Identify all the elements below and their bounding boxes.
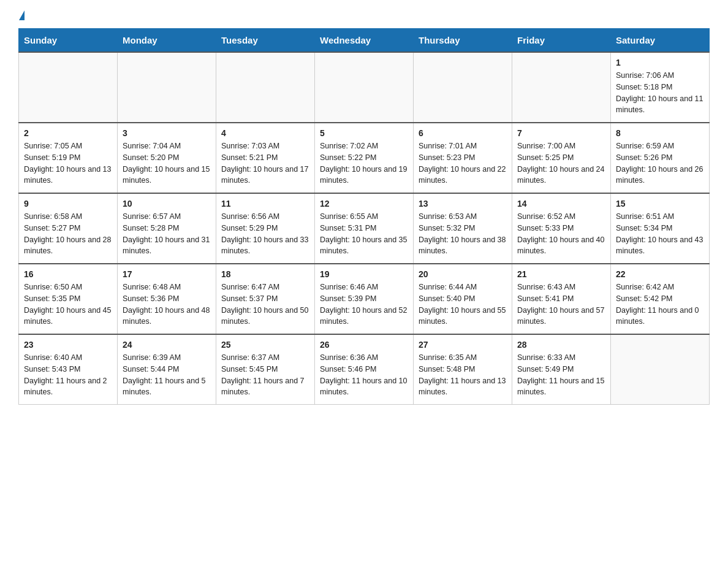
day-number: 12	[320, 199, 408, 209]
calendar-cell: 25Sunrise: 6:37 AM Sunset: 5:45 PM Dayli…	[216, 334, 315, 405]
day-info: Sunrise: 6:59 AM Sunset: 5:26 PM Dayligh…	[616, 140, 704, 186]
day-number: 7	[517, 128, 605, 138]
calendar-cell: 22Sunrise: 6:42 AM Sunset: 5:42 PM Dayli…	[611, 264, 710, 334]
day-number: 9	[24, 199, 112, 209]
day-info: Sunrise: 6:39 AM Sunset: 5:44 PM Dayligh…	[123, 352, 211, 398]
day-number: 24	[123, 340, 211, 350]
calendar-cell: 16Sunrise: 6:50 AM Sunset: 5:35 PM Dayli…	[19, 264, 118, 334]
logo	[18, 12, 25, 22]
calendar-cell: 5Sunrise: 7:02 AM Sunset: 5:22 PM Daylig…	[315, 123, 414, 193]
day-info: Sunrise: 7:05 AM Sunset: 5:19 PM Dayligh…	[24, 140, 112, 186]
calendar-cell	[118, 52, 216, 123]
day-number: 17	[123, 269, 211, 279]
calendar-header-row: SundayMondayTuesdayWednesdayThursdayFrid…	[19, 29, 710, 53]
day-number: 22	[616, 269, 704, 279]
day-info: Sunrise: 6:43 AM Sunset: 5:41 PM Dayligh…	[517, 282, 605, 327]
column-header-saturday: Saturday	[611, 29, 710, 53]
calendar-cell: 15Sunrise: 6:51 AM Sunset: 5:34 PM Dayli…	[611, 193, 710, 264]
day-number: 2	[24, 128, 112, 138]
day-info: Sunrise: 6:35 AM Sunset: 5:48 PM Dayligh…	[419, 352, 507, 398]
day-number: 1	[616, 58, 704, 67]
day-info: Sunrise: 6:33 AM Sunset: 5:49 PM Dayligh…	[517, 352, 605, 398]
column-header-tuesday: Tuesday	[216, 29, 315, 53]
calendar-cell: 4Sunrise: 7:03 AM Sunset: 5:21 PM Daylig…	[216, 123, 315, 193]
calendar-cell: 19Sunrise: 6:46 AM Sunset: 5:39 PM Dayli…	[315, 264, 414, 334]
calendar-cell: 18Sunrise: 6:47 AM Sunset: 5:37 PM Dayli…	[216, 264, 315, 334]
day-info: Sunrise: 6:48 AM Sunset: 5:36 PM Dayligh…	[123, 282, 211, 327]
calendar-cell	[315, 52, 414, 123]
column-header-sunday: Sunday	[19, 29, 118, 53]
day-number: 15	[616, 199, 704, 209]
calendar-week-row: 23Sunrise: 6:40 AM Sunset: 5:43 PM Dayli…	[19, 334, 710, 405]
calendar-cell: 6Sunrise: 7:01 AM Sunset: 5:23 PM Daylig…	[414, 123, 512, 193]
day-info: Sunrise: 6:40 AM Sunset: 5:43 PM Dayligh…	[24, 352, 112, 398]
day-info: Sunrise: 7:02 AM Sunset: 5:22 PM Dayligh…	[320, 140, 408, 186]
day-number: 11	[221, 199, 309, 209]
page-header	[18, 12, 710, 22]
day-info: Sunrise: 7:00 AM Sunset: 5:25 PM Dayligh…	[517, 140, 605, 186]
column-header-monday: Monday	[118, 29, 216, 53]
day-info: Sunrise: 6:47 AM Sunset: 5:37 PM Dayligh…	[221, 282, 309, 327]
day-number: 5	[320, 128, 408, 138]
calendar-cell	[216, 52, 315, 123]
calendar-cell: 9Sunrise: 6:58 AM Sunset: 5:27 PM Daylig…	[19, 193, 118, 264]
day-info: Sunrise: 6:36 AM Sunset: 5:46 PM Dayligh…	[320, 352, 408, 398]
day-info: Sunrise: 6:46 AM Sunset: 5:39 PM Dayligh…	[320, 282, 408, 327]
day-number: 26	[320, 340, 408, 350]
day-info: Sunrise: 6:52 AM Sunset: 5:33 PM Dayligh…	[517, 211, 605, 257]
day-number: 18	[221, 269, 309, 279]
day-info: Sunrise: 7:03 AM Sunset: 5:21 PM Dayligh…	[221, 140, 309, 186]
day-number: 13	[419, 199, 507, 209]
calendar-table: SundayMondayTuesdayWednesdayThursdayFrid…	[18, 28, 710, 405]
day-number: 28	[517, 340, 605, 350]
calendar-cell: 26Sunrise: 6:36 AM Sunset: 5:46 PM Dayli…	[315, 334, 414, 405]
day-info: Sunrise: 6:44 AM Sunset: 5:40 PM Dayligh…	[419, 282, 507, 327]
day-info: Sunrise: 7:04 AM Sunset: 5:20 PM Dayligh…	[123, 140, 211, 186]
calendar-week-row: 1Sunrise: 7:06 AM Sunset: 5:18 PM Daylig…	[19, 52, 710, 123]
calendar-cell	[512, 52, 611, 123]
day-number: 10	[123, 199, 211, 209]
day-number: 4	[221, 128, 309, 138]
calendar-cell: 27Sunrise: 6:35 AM Sunset: 5:48 PM Dayli…	[414, 334, 512, 405]
logo-triangle-icon	[19, 10, 25, 20]
day-number: 3	[123, 128, 211, 138]
day-number: 16	[24, 269, 112, 279]
day-info: Sunrise: 6:55 AM Sunset: 5:31 PM Dayligh…	[320, 211, 408, 257]
calendar-cell: 7Sunrise: 7:00 AM Sunset: 5:25 PM Daylig…	[512, 123, 611, 193]
calendar-cell: 14Sunrise: 6:52 AM Sunset: 5:33 PM Dayli…	[512, 193, 611, 264]
day-number: 19	[320, 269, 408, 279]
day-info: Sunrise: 6:53 AM Sunset: 5:32 PM Dayligh…	[419, 211, 507, 257]
calendar-cell: 28Sunrise: 6:33 AM Sunset: 5:49 PM Dayli…	[512, 334, 611, 405]
day-info: Sunrise: 6:51 AM Sunset: 5:34 PM Dayligh…	[616, 211, 704, 257]
calendar-week-row: 16Sunrise: 6:50 AM Sunset: 5:35 PM Dayli…	[19, 264, 710, 334]
day-number: 25	[221, 340, 309, 350]
calendar-cell: 3Sunrise: 7:04 AM Sunset: 5:20 PM Daylig…	[118, 123, 216, 193]
calendar-week-row: 2Sunrise: 7:05 AM Sunset: 5:19 PM Daylig…	[19, 123, 710, 193]
day-info: Sunrise: 6:37 AM Sunset: 5:45 PM Dayligh…	[221, 352, 309, 398]
calendar-cell: 17Sunrise: 6:48 AM Sunset: 5:36 PM Dayli…	[118, 264, 216, 334]
calendar-cell: 21Sunrise: 6:43 AM Sunset: 5:41 PM Dayli…	[512, 264, 611, 334]
day-info: Sunrise: 6:57 AM Sunset: 5:28 PM Dayligh…	[123, 211, 211, 257]
column-header-thursday: Thursday	[414, 29, 512, 53]
calendar-cell	[19, 52, 118, 123]
day-info: Sunrise: 6:56 AM Sunset: 5:29 PM Dayligh…	[221, 211, 309, 257]
calendar-cell: 23Sunrise: 6:40 AM Sunset: 5:43 PM Dayli…	[19, 334, 118, 405]
day-info: Sunrise: 6:58 AM Sunset: 5:27 PM Dayligh…	[24, 211, 112, 257]
day-number: 8	[616, 128, 704, 138]
calendar-cell: 12Sunrise: 6:55 AM Sunset: 5:31 PM Dayli…	[315, 193, 414, 264]
column-header-wednesday: Wednesday	[315, 29, 414, 53]
day-number: 21	[517, 269, 605, 279]
calendar-cell	[611, 334, 710, 405]
calendar-cell: 24Sunrise: 6:39 AM Sunset: 5:44 PM Dayli…	[118, 334, 216, 405]
calendar-cell: 20Sunrise: 6:44 AM Sunset: 5:40 PM Dayli…	[414, 264, 512, 334]
day-number: 6	[419, 128, 507, 138]
day-info: Sunrise: 7:01 AM Sunset: 5:23 PM Dayligh…	[419, 140, 507, 186]
calendar-cell: 13Sunrise: 6:53 AM Sunset: 5:32 PM Dayli…	[414, 193, 512, 264]
calendar-cell: 1Sunrise: 7:06 AM Sunset: 5:18 PM Daylig…	[611, 52, 710, 123]
day-number: 27	[419, 340, 507, 350]
day-info: Sunrise: 6:42 AM Sunset: 5:42 PM Dayligh…	[616, 282, 704, 327]
calendar-cell: 10Sunrise: 6:57 AM Sunset: 5:28 PM Dayli…	[118, 193, 216, 264]
day-info: Sunrise: 6:50 AM Sunset: 5:35 PM Dayligh…	[24, 282, 112, 327]
day-number: 20	[419, 269, 507, 279]
column-header-friday: Friday	[512, 29, 611, 53]
